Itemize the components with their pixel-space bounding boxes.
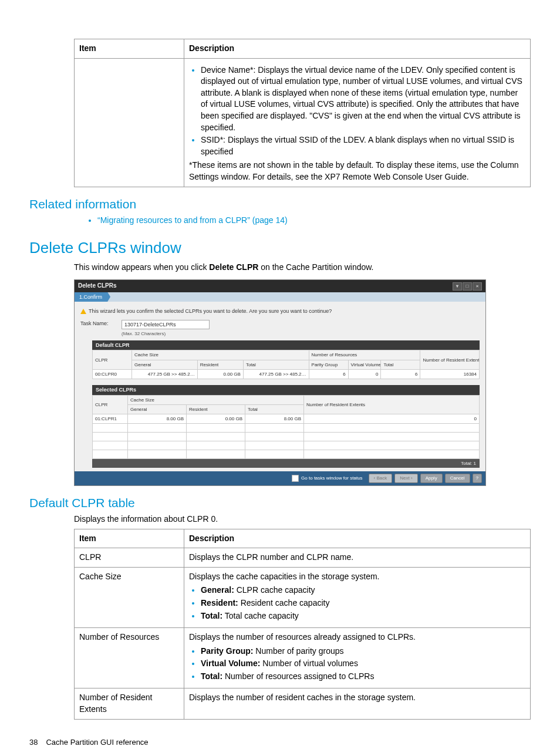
dt-cache-b0: General: [201,585,234,595]
footer-text: Cache Partition GUI reference [46,738,148,746]
dt-numres-t1: Number of virtual volumes [260,659,358,668]
warning-text: This wizard lets you confirm the selecte… [89,308,332,314]
delete-clprs-heading: Delete CLPRs window [29,237,531,258]
top-note: *These items are not shown in the table … [189,160,525,183]
th2-general: General [128,404,187,414]
cell2-resident: 0.00 GB [187,414,245,424]
dt-desc-cache: Displays the cache capacities in the sto… [184,567,531,627]
delete-intro: This window appears when you click Delet… [74,262,531,274]
cell2-clpr: 01:CLPR1 [93,414,128,424]
top-item-desc-table: Item Description Device Name*: Displays … [74,39,531,187]
cell2-nre: 0 [304,414,480,424]
col-item-header: Item [75,39,184,59]
window-titlebar: Delete CLPRs ▾□× [75,280,485,292]
cell-vv: 0 [348,369,381,379]
dt-item-nre: Number of Resident Extents [75,688,184,719]
th-clpr: CLPR [93,350,132,369]
dt-numres-lead: Displays the number of resources already… [189,632,525,643]
window-buttons: ▾□× [452,282,482,291]
th-total: Total [243,360,309,369]
dt-item-clpr: CLPR [75,548,184,568]
col-desc-header: Description [184,39,531,59]
delete-intro-bold: Delete CLPR [209,262,258,272]
dt-numres-b0: Parity Group: [201,646,253,656]
dt-cache-t2: Total cache capacity [222,611,299,620]
task-name-note: (Max. 32 Characters) [122,330,210,337]
dt-desc-numres: Displays the number of resources already… [184,628,531,688]
back-button[interactable]: ‹ Back [369,474,393,482]
cell-total: 477.25 GB >> 485.2… [243,369,309,379]
selected-row: 01:CLPR1 8.00 GB 0.00 GB 8.00 GB 0 [93,414,480,424]
dt-numres-t0: Number of parity groups [253,646,343,656]
default-clpr-section: Default CLPR [92,340,480,350]
th-nre: Number of Resident Extents [420,350,480,369]
minimize-icon[interactable]: ▾ [453,282,462,291]
top-bullet-device-name: Device Name*: Displays the virtual devic… [201,65,525,134]
migrating-link[interactable]: “Migrating resources to and from a CLPR”… [97,215,288,225]
page-number: 38 [29,738,38,746]
dt-numres-b2: Total: [201,671,222,681]
wizard-footer: Go to tasks window for status ‹ Back Nex… [75,471,485,485]
wizard-step-confirm: 1.Confirm [75,292,110,302]
warning-row: This wizard lets you confirm the selecte… [80,305,480,320]
th2-nre: Number of Resident Extents [304,395,480,414]
th-parity: Parity Group [309,360,348,369]
delete-clprs-window: Delete CLPRs ▾□× 1.Confirm This wizard l… [74,279,486,486]
th-general: General [132,360,198,369]
th-num-resources: Number of Resources [309,350,420,360]
th2-cache-size: Cache Size [128,395,304,404]
selected-clprs-section: Selected CLPRs [92,385,480,395]
th-vv: Virtual Volume [348,360,381,369]
cell-general: 477.25 GB >> 485.2… [132,369,198,379]
cell2-total: 8.00 GB [245,414,304,424]
apply-button[interactable]: Apply [420,474,443,482]
dt-cache-t0: CLPR cache capacity [234,585,315,595]
default-clpr-table: CLPR Cache Size Number of Resources Numb… [92,350,480,379]
default-clpr-doc-table: Item Description CLPR Displays the CLPR … [74,529,531,720]
cell2-general: 8.00 GB [128,414,187,424]
cell-nre: 16384 [420,369,480,379]
th2-total: Total [245,404,304,414]
dt-desc-clpr: Displays the CLPR number and CLPR name. [184,548,531,568]
related-link-item: “Migrating resources to and from a CLPR”… [97,215,531,227]
dt-item-numres: Number of Resources [75,628,184,688]
cancel-button[interactable]: Cancel [445,474,470,482]
dt-desc-nre: Displays the number of resident caches i… [184,688,531,719]
help-button[interactable]: ? [473,474,482,482]
top-table-container: Item Description Device Name*: Displays … [74,39,531,187]
th-cache-size: Cache Size [132,350,309,360]
related-heading: Related information [29,195,531,212]
default-clpr-table-intro: Displays the information about CLPR 0. [74,514,531,525]
top-item-cell [75,58,184,187]
delete-intro-pre: This window appears when you click [74,262,209,272]
selected-total-bar: Total: 1 [92,459,480,468]
go-to-tasks-checkbox[interactable] [292,475,299,482]
dt-numres-b1: Virtual Volume: [201,659,260,668]
next-button[interactable]: Next › [394,474,417,482]
delete-intro-post: on the Cache Partition window. [258,262,373,272]
top-desc-cell: Device Name*: Displays the virtual devic… [184,58,531,187]
warning-icon [80,309,86,314]
dt-cache-b1: Resident: [201,598,238,607]
dt-cache-t1: Resident cache capacity [238,598,330,607]
dt-cache-lead: Displays the cache capacities in the sto… [189,571,525,583]
maximize-icon[interactable]: □ [463,282,472,291]
cell-rtotal: 6 [381,369,420,379]
dt-col-item: Item [75,529,184,548]
th2-resident: Resident [187,404,245,414]
close-icon[interactable]: × [473,282,482,291]
selected-clprs-table: CLPR Cache Size Number of Resident Exten… [92,395,480,460]
th-resident: Resident [197,360,243,369]
dt-numres-t2: Number of resources assigned to CLPRs [222,671,374,681]
dt-col-desc: Description [184,529,531,548]
th-rtotal: Total [381,360,420,369]
task-name-label: Task Name: [80,320,122,328]
task-name-input[interactable]: 130717-DeleteCLPRs [122,320,210,329]
top-bullet-ssid: SSID*: Displays the virtual SSID of the … [201,134,525,157]
th2-clpr: CLPR [93,395,128,414]
go-to-tasks-label: Go to tasks window for status [301,475,363,481]
page-footer: 38Cache Partition GUI reference [29,737,531,746]
cell-clpr: 00:CLPR0 [93,369,132,379]
cell-parity: 6 [309,369,348,379]
default-row: 00:CLPR0 477.25 GB >> 485.2… 0.00 GB 477… [93,369,480,379]
